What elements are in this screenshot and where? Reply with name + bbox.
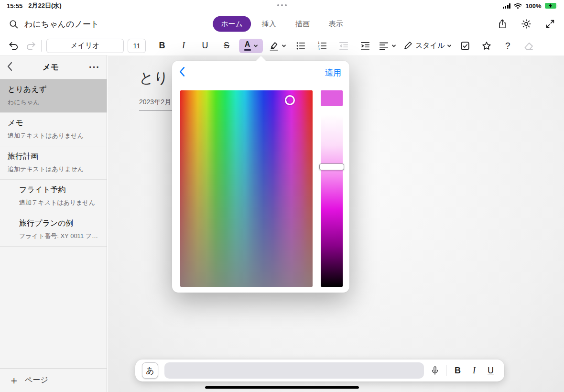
ribbon-tabs: ホーム 挿入 描画 表示: [213, 16, 351, 32]
battery-icon: [545, 3, 558, 9]
wifi-icon: [514, 3, 522, 9]
shade-slider-handle[interactable]: [319, 163, 344, 170]
multitasking-dots-icon[interactable]: [277, 4, 287, 6]
increase-indent-button[interactable]: [358, 39, 372, 53]
page-date: 2023年2月: [139, 98, 171, 107]
page-list-item[interactable]: メモ 追加テキストはありません: [0, 113, 107, 146]
share-icon[interactable]: [497, 19, 508, 29]
color-picker-popover: 適用: [172, 61, 349, 293]
sidebar-header: メモ ···: [0, 55, 107, 79]
microphone-icon[interactable]: [430, 365, 440, 376]
notebook-title[interactable]: わにちゃんのノート: [24, 19, 99, 30]
page-item-title: 旅行計画: [8, 152, 99, 162]
status-time: 15:55: [7, 2, 22, 10]
highlighter-icon: [269, 41, 279, 51]
font-color-bar: [244, 49, 251, 51]
sidebar: メモ ··· とりあえず わにちゃん メモ 追加テキストはありません 旅行計画 …: [0, 55, 107, 392]
styles-button[interactable]: スタイル: [403, 41, 452, 51]
expand-fullscreen-icon[interactable]: [545, 19, 555, 29]
chevron-down-icon: [253, 44, 258, 48]
todo-tag-button[interactable]: [458, 39, 472, 53]
settings-gear-icon[interactable]: [521, 19, 531, 29]
chevron-down-icon: [391, 44, 396, 48]
tab-insert[interactable]: 挿入: [254, 16, 284, 32]
page-title[interactable]: とり: [139, 68, 168, 88]
app-header: わにちゃんのノート ホーム 挿入 描画 表示: [0, 11, 564, 36]
highlighter-button[interactable]: [269, 41, 286, 51]
input-bar-divider: [446, 365, 446, 376]
tab-view[interactable]: 表示: [321, 16, 351, 32]
text-input-bar: あ B I U: [135, 359, 504, 381]
page-list-item[interactable]: フライト予約 追加テキストはありません: [0, 180, 107, 213]
bold-button[interactable]: B: [455, 366, 461, 376]
page-item-subtitle: 追加テキストはありません: [8, 165, 99, 174]
font-color-A: A: [244, 41, 251, 51]
add-page-button[interactable]: ＋ ページ: [0, 368, 107, 392]
decrease-indent-button[interactable]: [337, 39, 350, 53]
eraser-button[interactable]: [522, 39, 535, 53]
page-item-title: メモ: [8, 118, 99, 128]
page-list-item[interactable]: とりあえず わにちゃん: [0, 79, 107, 113]
battery-percent: 100%: [525, 2, 541, 10]
page-list-item[interactable]: 旅行計画 追加テキストはありません: [0, 146, 107, 180]
page-item-subtitle: 追加テキストはありません: [19, 198, 99, 207]
more-options-icon[interactable]: ···: [89, 62, 100, 73]
color-cursor[interactable]: [285, 95, 295, 105]
alignment-button[interactable]: [379, 41, 396, 51]
font-color-button[interactable]: A: [239, 39, 263, 53]
page-item-title: フライト予約: [19, 185, 99, 195]
page-item-subtitle: 追加テキストはありません: [8, 131, 99, 140]
current-color-swatch: [321, 90, 343, 106]
status-date: 2月22日(水): [28, 1, 61, 10]
align-left-icon: [379, 41, 389, 51]
font-name-value: メイリオ: [70, 41, 99, 50]
section-title: メモ: [12, 62, 89, 73]
italic-button[interactable]: I: [177, 39, 190, 53]
style-pen-icon: [403, 41, 413, 51]
plus-icon: ＋: [9, 373, 19, 388]
language-key-button[interactable]: あ: [142, 362, 158, 379]
toolbar-divider: [41, 40, 42, 52]
page-list-item[interactable]: 旅行プランの例 フライト番号: XY 0011 フ…: [0, 213, 107, 247]
bullet-list-button[interactable]: [294, 39, 307, 53]
apply-button[interactable]: 適用: [325, 67, 341, 78]
font-size-select[interactable]: 11: [128, 39, 146, 53]
back-chevron-icon[interactable]: [7, 62, 12, 73]
question-tag-button[interactable]: ?: [501, 39, 514, 53]
underline-button[interactable]: U: [488, 366, 494, 376]
cellular-signal-icon: [503, 3, 511, 9]
inline-text-input[interactable]: [164, 362, 424, 379]
shade-slider[interactable]: [321, 114, 343, 287]
home-indicator[interactable]: [205, 386, 359, 389]
chevron-down-icon: [282, 44, 286, 48]
page-item-subtitle: わにちゃん: [8, 98, 99, 107]
numbered-list-button[interactable]: 123: [315, 39, 329, 53]
important-star-button[interactable]: [480, 39, 493, 53]
styles-label: スタイル: [415, 41, 445, 50]
screen: 15:55 2月22日(水) 100% わ: [0, 0, 564, 392]
color-gradient-field[interactable]: [180, 90, 313, 287]
search-icon[interactable]: [9, 19, 19, 29]
svg-text:3: 3: [318, 47, 320, 51]
page-item-title: とりあえず: [8, 85, 99, 95]
font-name-select[interactable]: メイリオ: [46, 39, 124, 53]
tab-home[interactable]: ホーム: [213, 16, 251, 32]
format-toolbar: メイリオ 11 B I U S A 123: [0, 36, 564, 55]
font-size-value: 11: [133, 42, 141, 50]
undo-button[interactable]: [7, 39, 20, 53]
bold-button[interactable]: B: [155, 39, 169, 53]
back-chevron-icon[interactable]: [179, 66, 185, 79]
redo-button[interactable]: [24, 39, 37, 53]
tab-draw[interactable]: 描画: [287, 16, 318, 32]
add-page-label: ページ: [25, 375, 48, 385]
page-item-subtitle: フライト番号: XY 0011 フ…: [19, 232, 99, 240]
page-item-title: 旅行プランの例: [19, 218, 99, 229]
popover-arrow: [256, 56, 266, 61]
italic-button[interactable]: I: [473, 366, 476, 376]
underline-button[interactable]: U: [198, 39, 212, 53]
chevron-down-icon: [447, 44, 452, 48]
status-bar: 15:55 2月22日(水) 100%: [0, 0, 564, 11]
strikethrough-button[interactable]: S: [220, 39, 233, 53]
